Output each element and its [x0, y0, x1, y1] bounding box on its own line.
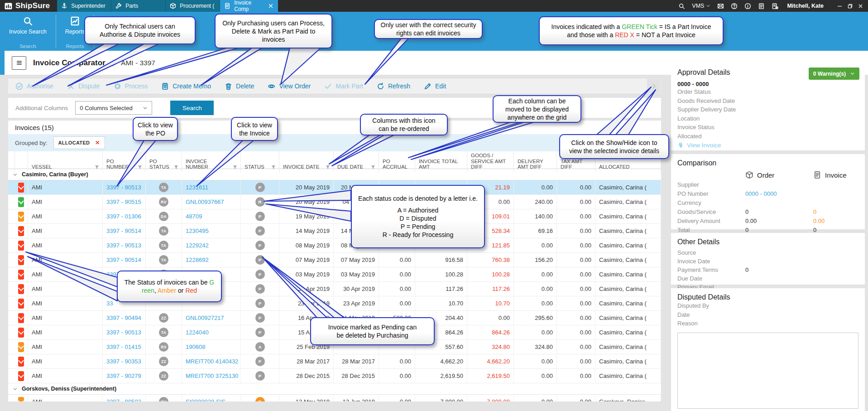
col-header-acc[interactable]: PO ACCRUAL — [379, 151, 415, 172]
restore-icon[interactable] — [847, 3, 853, 9]
invoice-row[interactable]: AMIP30 Apr 201930 Apr 20190.00117.26117.… — [8, 282, 661, 296]
col-header-vessel[interactable]: VESSEL — [28, 151, 103, 172]
group-row[interactable]: Gorskovs, Deniss (Superintendent) — [8, 383, 661, 395]
view-invoice-link[interactable]: View Invoice — [677, 142, 858, 149]
row-status-chip[interactable] — [18, 357, 24, 367]
inv-link[interactable]: 48709 — [186, 213, 202, 220]
create-memo-button[interactable]: Create Memo — [161, 82, 211, 90]
po-link[interactable]: 3397 - 90514 — [106, 256, 141, 263]
col-header-pos[interactable]: PO STATUS — [146, 151, 182, 172]
invoice-row[interactable]: AMI33P23 Apr 201923 Apr 20190.0010.7010.… — [8, 296, 661, 311]
refresh-button[interactable]: Refresh — [377, 82, 410, 90]
po-link[interactable]: 3397 - 90279 — [106, 372, 141, 379]
col-header-inv[interactable]: INVOICE NUMBER — [182, 151, 241, 172]
row-status-chip[interactable] — [18, 212, 24, 222]
row-status-chip[interactable] — [18, 241, 24, 251]
po-link[interactable]: 3397 - 90515 — [106, 198, 141, 205]
info-icon[interactable] — [744, 3, 751, 10]
close-window-icon[interactable] — [858, 3, 863, 9]
inv-link[interactable]: 1231611 — [186, 184, 208, 191]
authorise-button[interactable]: Authorise — [15, 82, 53, 90]
row-status-chip[interactable] — [18, 313, 24, 323]
inv-link[interactable]: MREIT700 3725130 — [186, 372, 238, 379]
col-header-po[interactable]: PO NUMBER — [103, 151, 146, 172]
invoice-row[interactable]: AMI3397 - 90513TA1228506P03 May 201903 M… — [8, 267, 661, 282]
po-link[interactable]: 3397 - 90513 — [106, 242, 141, 249]
tab-close-icon[interactable] — [268, 3, 274, 9]
invoice-row[interactable]: AMI3397 - 90513TA1229242P08 May 201908 M… — [8, 238, 661, 253]
row-status-chip[interactable] — [18, 270, 24, 280]
po-link[interactable]: 3397 - 01306 — [106, 213, 141, 220]
columns-select[interactable]: 0 Columns Selected — [75, 101, 152, 115]
inv-link[interactable]: 1229242 — [186, 242, 209, 249]
inv-link[interactable]: SI0000028-SIS — [186, 398, 225, 401]
group-chip-allocated[interactable]: ALLOCATED ✕ — [53, 136, 105, 149]
row-status-chip[interactable] — [18, 197, 24, 207]
col-header-st[interactable]: STATUS — [241, 151, 279, 172]
col-header-d2[interactable]: DUE DATE — [334, 151, 379, 172]
user-name[interactable]: Mitchell, Kate — [787, 3, 824, 9]
invoice-row[interactable]: AMI3397 - 90514TA1228692P07 May 201907 M… — [8, 253, 661, 267]
po-link[interactable]: 3397 - 90503 — [106, 398, 141, 401]
warnings-button[interactable]: 0 Warning(s) — [809, 68, 859, 80]
inv-link[interactable]: 1228692 — [186, 256, 209, 263]
edit-button[interactable]: Edit — [424, 82, 446, 90]
po-link[interactable]: 3397 - 01415 — [106, 343, 141, 350]
row-status-chip[interactable] — [18, 226, 24, 236]
col-header-dd[interactable]: DELIVERY AMT DIFF — [514, 151, 557, 172]
inv-link[interactable]: 1230495 — [186, 227, 209, 234]
dispute-button[interactable]: Dispute — [67, 82, 100, 90]
minimize-icon[interactable] — [837, 3, 843, 9]
comparison-order-value[interactable]: 0000 - 0000 — [745, 190, 813, 197]
notes-icon[interactable] — [758, 3, 765, 10]
invoice-row[interactable]: AMI3397 - 01306DA48709P19 May 2019109.01… — [8, 209, 661, 224]
col-header-tot[interactable]: INVOICE TOTAL AMT — [415, 151, 467, 172]
po-link[interactable]: 3397 - 90514 — [106, 227, 141, 234]
invoice-row[interactable]: AMI3397 - 90515RVGNL00937667R20 May 2019… — [8, 195, 661, 209]
invoice-row[interactable]: AMI3397 - 90353ZZMREIT700 4140432P28 Mar… — [8, 354, 661, 369]
col-header-d1[interactable]: INVOICE DATE — [279, 151, 334, 172]
inv-link[interactable]: 190608 — [186, 343, 205, 350]
mark-part-button[interactable]: Mark Part — [324, 82, 363, 90]
inv-link[interactable]: GNL00927217 — [186, 314, 224, 321]
tab-procurement[interactable]: Procurement ( — [166, 0, 220, 12]
tab-invoice-comp[interactable]: Invoice Comp — [220, 0, 278, 12]
col-header-gd[interactable]: GOODS / SERVICE AMT DIFF — [467, 151, 514, 172]
row-status-chip[interactable] — [18, 328, 24, 338]
row-status-chip[interactable] — [18, 397, 24, 402]
invoice-row[interactable]: AMI3397 - 90513TA1231611P20 May 201920 M… — [8, 180, 661, 195]
inv-link[interactable]: GNL00937667 — [186, 198, 224, 205]
row-status-chip[interactable] — [18, 255, 24, 265]
search-button[interactable]: Search — [170, 101, 214, 115]
tab-parts[interactable]: Parts — [111, 0, 166, 12]
inv-link[interactable]: 1224040 — [186, 329, 209, 336]
view-order-button[interactable]: View Order — [268, 82, 311, 90]
hamburger-menu-button[interactable] — [12, 56, 26, 70]
remove-group-icon[interactable]: ✕ — [95, 140, 100, 146]
process-button[interactable]: Process — [114, 82, 148, 90]
po-link[interactable]: 3397 - 90513 — [106, 329, 141, 336]
dispute-reason-textarea[interactable] — [677, 333, 858, 409]
global-search-icon[interactable] — [678, 3, 685, 10]
inv-link[interactable]: MREIT700 4140432 — [186, 358, 238, 365]
invoice-row[interactable]: AMI3397 - 90514TA1230495P14 May 201914 M… — [8, 224, 661, 238]
row-status-chip[interactable] — [18, 183, 24, 193]
invoice-row[interactable]: AMI3397 - 90503RVSI0000028-SISD13 May 20… — [8, 395, 661, 401]
row-status-chip[interactable] — [18, 371, 24, 381]
tab-superintender[interactable]: Superintender — [57, 0, 111, 12]
tasks-icon[interactable] — [772, 3, 778, 10]
row-status-chip[interactable] — [18, 342, 24, 352]
po-link[interactable]: 3397 - 90353 — [106, 358, 141, 365]
mail-icon[interactable] — [717, 3, 724, 10]
delete-button[interactable]: Delete — [225, 82, 254, 90]
po-link[interactable]: 33 — [106, 300, 113, 307]
invoice-search-button[interactable]: Invoice Search — [0, 15, 56, 35]
row-status-chip[interactable] — [18, 284, 24, 294]
row-status-chip[interactable] — [18, 299, 24, 309]
show-hide-panel-button[interactable] — [647, 79, 661, 93]
invoice-row[interactable]: AMI3397 - 90279ZZMREIT700 3725130P28 Dec… — [8, 369, 661, 383]
vms-menu[interactable]: VMS — [692, 3, 710, 9]
po-link[interactable]: 3397 - 90513 — [106, 184, 141, 191]
po-link[interactable]: 3397 - 90494 — [106, 314, 141, 321]
help-icon[interactable] — [731, 3, 738, 10]
